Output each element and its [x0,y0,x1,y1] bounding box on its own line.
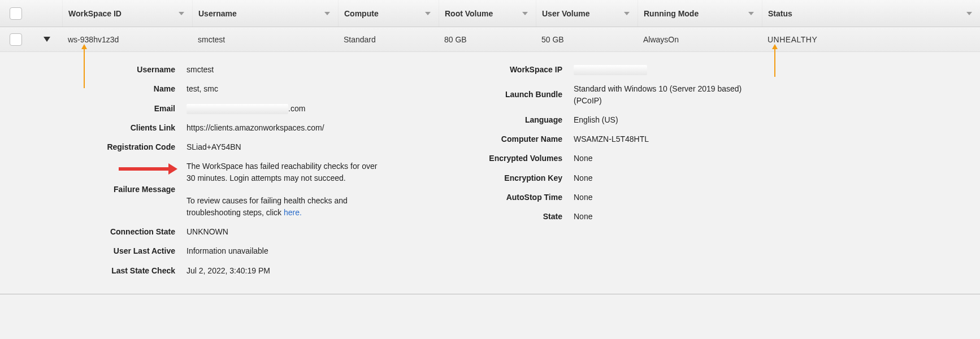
detail-value-email: .com [187,103,452,114]
detail-label-connection-state: Connection State [0,226,187,237]
column-header-label: Status [768,9,792,18]
cell-workspace-id: ws-938hv1z3d [62,35,192,44]
detail-label-user-last-active: User Last Active [0,245,187,257]
column-header-root-volume[interactable]: Root Volume [439,0,536,27]
cell-status: UNHEALTHY [762,35,980,44]
column-header-username[interactable]: Username [192,0,338,27]
detail-value-user-last-active: Information unavailable [187,245,452,257]
detail-label-name: Name [0,83,187,94]
detail-value-state: None [574,211,774,222]
failure-message-here-link[interactable]: here. [284,208,302,217]
detail-label-encrypted-volumes: Encrypted Volumes [452,153,574,164]
column-header-compute[interactable]: Compute [338,0,439,27]
detail-value-launch-bundle: Standard with Windows 10 (Server 2019 ba… [574,83,774,106]
column-header-label: Username [198,9,237,18]
sort-icon [522,12,528,15]
detail-label-workspace-ip: WorkSpace IP [452,64,574,75]
sort-icon [966,12,972,15]
detail-value-connection-state: UNKNOWN [187,226,452,237]
detail-value-autostop-time: None [574,192,774,203]
column-header-user-volume[interactable]: User Volume [536,0,638,27]
detail-value-encrypted-volumes: None [574,153,774,164]
sort-icon [624,12,630,15]
detail-label-last-state-check: Last State Check [0,265,187,276]
detail-value-workspace-ip [574,64,774,75]
detail-value-last-state-check: Jul 2, 2022, 3:40:19 PM [187,265,452,276]
column-header-label: User Volume [542,9,590,18]
detail-value-username: smctest [187,64,452,75]
detail-value-encryption-key: None [574,172,774,184]
detail-label-email: Email [0,103,187,114]
detail-label-state: State [452,211,574,222]
column-header-workspace-id[interactable]: WorkSpace ID [62,0,192,27]
column-header-running-mode[interactable]: Running Mode [638,0,762,27]
cell-compute: Standard [338,35,439,44]
cell-running-mode: AlwaysOn [638,35,762,44]
detail-label-autostop-time: AutoStop Time [452,192,574,203]
cell-username: smctest [192,35,338,44]
sort-icon [748,12,754,15]
detail-label-username: Username [0,64,187,75]
column-header-status[interactable]: Status [762,0,980,27]
detail-label-encryption-key: Encryption Key [452,172,574,184]
detail-value-name: test, smc [187,83,452,94]
column-header-label: Compute [344,9,379,18]
detail-value-language: English (US) [574,114,774,125]
redacted-region [574,65,647,75]
annotation-arrow-icon [119,167,170,171]
expand-row-icon[interactable] [44,37,50,42]
table-header-row: WorkSpace ID Username Compute Root Volum… [0,0,980,27]
detail-label-failure-message: Failure Message [0,184,187,195]
table-row[interactable]: ws-938hv1z3d smctest Standard 80 GB 50 G… [0,27,980,52]
annotation-arrow-icon [774,49,775,77]
detail-value-clients-link: https://clients.amazonworkspaces.com/ [187,122,452,133]
sort-icon [179,12,184,15]
detail-label-clients-link: Clients Link [0,122,187,133]
detail-label-registration-code: Registration Code [0,141,187,153]
annotation-arrow-icon [84,49,85,88]
column-header-label: Root Volume [445,9,493,18]
detail-value-registration-code: SLiad+AY54BN [187,141,452,153]
sort-icon [425,12,431,15]
row-checkbox[interactable] [10,33,22,46]
detail-value-failure-message: The WorkSpace has failed reachability ch… [187,160,396,218]
detail-value-computer-name: WSAMZN-L5T48HTL [574,133,774,145]
cell-root-volume: 80 GB [439,35,536,44]
row-details-panel: Username smctest Name test, smc Email .c… [0,52,980,294]
detail-label-launch-bundle: Launch Bundle [452,89,574,100]
column-header-label: Running Mode [644,9,699,18]
cell-user-volume: 50 GB [536,35,638,44]
sort-icon [324,12,330,15]
select-all-checkbox[interactable] [10,7,22,20]
redacted-region [187,104,288,114]
detail-label-language: Language [452,114,574,125]
detail-label-computer-name: Computer Name [452,133,574,145]
column-header-label: WorkSpace ID [68,9,122,18]
